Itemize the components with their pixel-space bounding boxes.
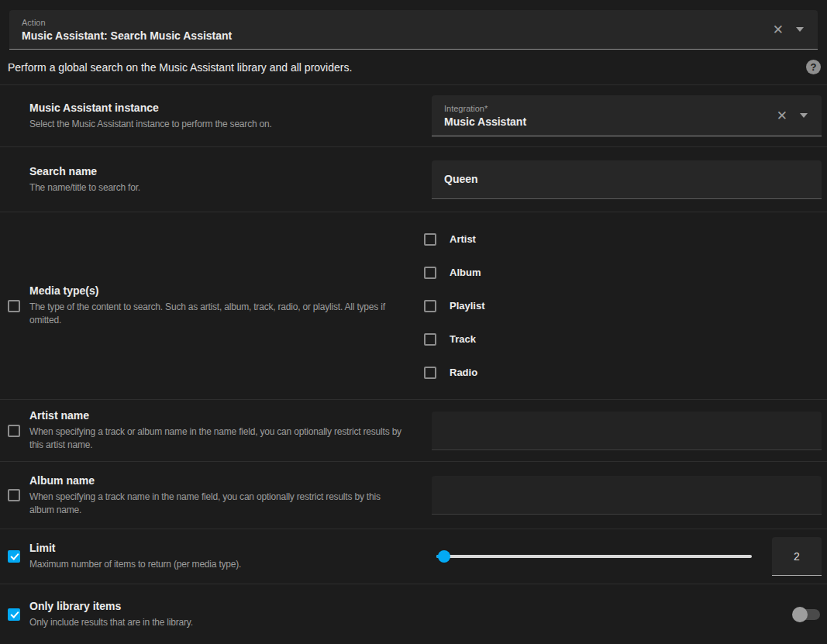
instance-title: Music Assistant instance [29,102,272,114]
limit-row-right: 2 [413,529,827,584]
artist-option-checkbox[interactable] [424,233,436,246]
action-select[interactable]: Action Music Assistant: Search Music Ass… [9,10,818,50]
media-types-title: Media type(s) [29,284,404,297]
album-name-row-right [413,462,827,529]
limit-number-input[interactable]: 2 [772,537,822,576]
toggle-thumb [792,607,808,622]
album-option-label: Album [450,267,481,278]
limit-slider[interactable] [436,549,752,564]
only-library-checkbox[interactable] [8,608,20,621]
only-library-toggle[interactable] [792,607,820,622]
search-name-title: Search name [29,165,140,177]
search-name-row-right [413,147,827,212]
media-option-track[interactable]: Track [424,322,822,356]
limit-checkbox[interactable] [8,550,20,563]
slider-thumb[interactable] [438,550,450,563]
radio-option-checkbox[interactable] [424,367,436,379]
media-types-options: Artist Album Playlist Track Radio [413,212,827,399]
integration-select-value: Music Assistant [444,115,777,128]
album-option-checkbox[interactable] [424,267,436,279]
clear-icon[interactable]: ✕ [777,109,787,122]
album-name-checkbox[interactable] [8,489,20,501]
integration-select[interactable]: Integration* Music Assistant ✕ [432,95,822,136]
track-option-checkbox[interactable] [424,333,436,346]
radio-option-label: Radio [450,367,477,378]
action-select-label: Action [22,18,773,27]
instance-row-right: Integration* Music Assistant ✕ [413,85,827,146]
media-types-checkbox[interactable] [8,300,20,312]
artist-name-title: Artist name [29,409,404,422]
limit-title: Limit [29,542,241,554]
artist-name-row-left: Artist name When specifying a track or a… [0,400,413,461]
limit-number-value: 2 [794,550,800,563]
artist-name-row-right [413,400,827,461]
artist-name-checkbox[interactable] [8,425,20,437]
only-library-text: Only library items Only include results … [29,600,193,629]
instance-row: Music Assistant instance Select the Musi… [0,85,827,147]
search-name-input[interactable] [432,160,822,199]
album-name-input[interactable] [432,476,822,515]
limit-text: Limit Maximum number of items to return … [29,542,241,571]
album-name-row: Album name When specifying a track name … [0,462,827,529]
action-config-panel: Action Music Assistant: Search Music Ass… [0,10,827,644]
media-option-artist[interactable]: Artist [424,222,822,256]
media-option-playlist[interactable]: Playlist [424,289,822,322]
track-option-label: Track [450,333,476,345]
action-description-bar: Perform a global search on the Music Ass… [0,50,827,85]
limit-subtitle: Maximum number of items to return (per m… [29,558,241,571]
media-types-subtitle: The type of the content to search. Such … [29,301,404,327]
media-types-text: Media type(s) The type of the content to… [29,284,404,327]
album-name-title: Album name [29,474,404,487]
search-name-text: Search name The name/title to search for… [29,165,140,195]
playlist-option-checkbox[interactable] [424,300,436,312]
help-icon[interactable]: ? [806,60,821,74]
media-option-album[interactable]: Album [424,256,822,289]
only-library-row: Only library items Only include results … [0,584,827,644]
only-library-title: Only library items [29,600,193,612]
artist-name-text: Artist name When specifying a track or a… [29,409,404,452]
artist-name-subtitle: When specifying a track or album name in… [29,425,404,452]
search-name-subtitle: The name/title to search for. [29,181,140,195]
action-select-text: Action Music Assistant: Search Music Ass… [22,18,773,42]
limit-row: Limit Maximum number of items to return … [0,529,827,584]
only-library-subtitle: Only include results that are in the lib… [29,616,193,629]
action-description: Perform a global search on the Music Ass… [8,61,352,74]
album-name-subtitle: When specifying a track name in the name… [29,491,404,517]
artist-name-row: Artist name When specifying a track or a… [0,400,827,462]
search-name-row: Search name The name/title to search for… [0,147,827,212]
instance-row-left: Music Assistant instance Select the Musi… [0,85,413,146]
search-name-row-left: Search name The name/title to search for… [0,147,413,212]
instance-subtitle: Select the Music Assistant instance to p… [29,118,272,131]
artist-name-input[interactable] [432,412,822,450]
media-types-row-left: Media type(s) The type of the content to… [0,212,413,399]
album-name-text: Album name When specifying a track name … [29,474,404,517]
media-types-row: Media type(s) The type of the content to… [0,212,827,400]
integration-select-label: Integration* [444,104,777,113]
integration-select-text: Integration* Music Assistant [444,104,777,128]
playlist-option-label: Playlist [450,300,485,312]
slider-track[interactable] [436,555,752,558]
chevron-down-icon[interactable] [800,113,808,118]
limit-row-left: Limit Maximum number of items to return … [0,529,413,584]
instance-text: Music Assistant instance Select the Musi… [29,102,272,131]
media-option-radio[interactable]: Radio [424,356,822,389]
action-select-value: Music Assistant: Search Music Assistant [22,29,773,42]
clear-icon[interactable]: ✕ [773,23,784,36]
chevron-down-icon[interactable] [796,27,804,32]
only-library-row-left: Only library items Only include results … [0,584,413,644]
only-library-row-right [413,584,827,644]
album-name-row-left: Album name When specifying a track name … [0,462,413,529]
artist-option-label: Artist [450,233,476,245]
